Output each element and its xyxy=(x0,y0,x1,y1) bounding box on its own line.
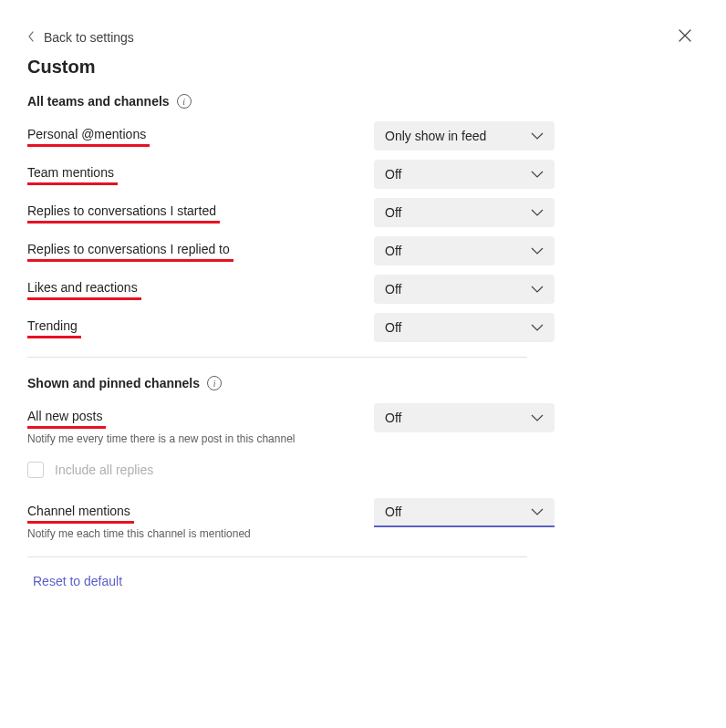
setting-label-all-new-posts: All new posts xyxy=(27,409,102,423)
setting-label-likes-reactions: Likes and reactions xyxy=(27,280,138,295)
dropdown-value: Off xyxy=(385,504,401,519)
setting-label-personal-mentions: Personal @mentions xyxy=(27,127,146,141)
setting-label-replies-repliedto: Replies to conversations I replied to xyxy=(27,242,230,256)
checkbox-include-all-replies[interactable] xyxy=(27,462,44,478)
info-icon[interactable]: i xyxy=(207,376,222,390)
chevron-down-icon xyxy=(531,508,544,515)
back-to-settings-link[interactable]: Back to settings xyxy=(27,30,134,45)
back-label: Back to settings xyxy=(44,30,134,45)
setting-label-trending: Trending xyxy=(27,318,78,333)
chevron-down-icon xyxy=(531,209,544,216)
dropdown-channel-mentions[interactable]: Off xyxy=(374,498,555,527)
dropdown-value: Off xyxy=(385,411,401,425)
chevron-down-icon xyxy=(531,247,544,255)
chevron-down-icon xyxy=(531,414,544,421)
section-title-pinned-channels: Shown and pinned channels xyxy=(27,376,200,390)
dropdown-replies-repliedto[interactable]: Off xyxy=(374,236,555,265)
dropdown-value: Off xyxy=(385,205,401,220)
dropdown-value: Off xyxy=(385,282,401,296)
chevron-down-icon xyxy=(531,171,544,178)
dropdown-value: Only show in feed xyxy=(385,129,486,143)
dropdown-team-mentions[interactable]: Off xyxy=(374,160,555,189)
chevron-down-icon xyxy=(531,132,544,140)
close-button[interactable] xyxy=(671,26,699,49)
dropdown-value: Off xyxy=(385,167,401,182)
chevron-left-icon xyxy=(27,31,35,45)
dropdown-replies-started[interactable]: Off xyxy=(374,198,555,227)
divider xyxy=(27,556,527,557)
setting-label-channel-mentions: Channel mentions xyxy=(27,504,130,518)
dropdown-value: Off xyxy=(385,320,401,335)
setting-sub-all-new-posts: Notify me every time there is a new post… xyxy=(27,432,295,445)
checkbox-label-include-all-replies: Include all replies xyxy=(55,463,153,477)
divider xyxy=(27,357,527,358)
info-icon[interactable]: i xyxy=(177,94,192,109)
chevron-down-icon xyxy=(531,286,544,293)
dropdown-trending[interactable]: Off xyxy=(374,313,555,342)
setting-label-team-mentions: Team mentions xyxy=(27,165,114,180)
section-title-all-teams: All teams and channels xyxy=(27,94,170,109)
chevron-down-icon xyxy=(531,324,544,331)
close-icon xyxy=(679,29,691,45)
reset-to-default-link[interactable]: Reset to default xyxy=(27,570,128,592)
dropdown-value: Off xyxy=(385,244,401,258)
dropdown-personal-mentions[interactable]: Only show in feed xyxy=(374,121,555,151)
dropdown-likes-reactions[interactable]: Off xyxy=(374,275,555,304)
setting-label-replies-started: Replies to conversations I started xyxy=(27,203,216,218)
setting-sub-channel-mentions: Notify me each time this channel is ment… xyxy=(27,527,251,540)
page-title: Custom xyxy=(27,57,699,78)
dropdown-all-new-posts[interactable]: Off xyxy=(374,403,555,432)
